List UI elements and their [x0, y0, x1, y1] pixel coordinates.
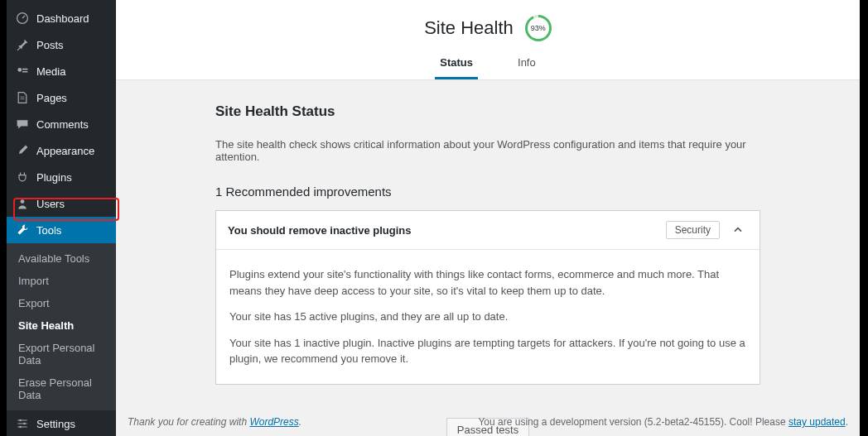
admin-sidebar: Dashboard Posts Media Pages Comments App… [0, 0, 116, 436]
dashboard-icon [15, 11, 30, 26]
svg-point-4 [23, 423, 25, 424]
section-title: Site Health Status [215, 103, 760, 120]
submenu-erase-personal[interactable]: Erase Personal Data [7, 371, 116, 406]
sidebar-item-settings[interactable]: Settings [7, 410, 116, 436]
tab-info[interactable]: Info [513, 48, 541, 79]
improvements-title: 1 Recommended improvements [215, 184, 760, 199]
health-score-ring: 93% [525, 15, 552, 41]
user-icon [15, 196, 30, 211]
svg-point-5 [19, 426, 21, 428]
plug-icon [15, 170, 30, 184]
svg-point-2 [21, 199, 25, 204]
sidebar-label: Appearance [36, 145, 94, 157]
comments-icon [15, 117, 30, 132]
sidebar-item-tools[interactable]: Tools [7, 217, 116, 243]
sidebar-label: Dashboard [36, 12, 89, 25]
header-tabs: Status Info [116, 48, 860, 79]
sidebar-label: Media [36, 65, 65, 78]
health-item-header[interactable]: You should remove inactive plugins Secur… [216, 211, 760, 250]
submenu-import[interactable]: Import [7, 270, 116, 292]
submenu-site-health[interactable]: Site Health [7, 314, 116, 337]
sidebar-item-posts[interactable]: Posts [7, 31, 116, 58]
chevron-up-icon [728, 223, 748, 237]
body-paragraph: Your site has 15 active plugins, and the… [229, 309, 746, 325]
page-header: Site Health 93% Status Info [116, 0, 860, 80]
media-icon [15, 64, 30, 79]
wordpress-link[interactable]: WordPress [249, 416, 298, 428]
sidebar-label: Pages [36, 92, 67, 104]
sidebar-label: Plugins [36, 171, 72, 184]
tools-submenu: Available Tools Import Export Site Healt… [7, 243, 116, 410]
sidebar-item-media[interactable]: Media [7, 58, 116, 84]
pages-icon [15, 90, 30, 105]
footer-left-suffix: . [299, 416, 301, 428]
submenu-export[interactable]: Export [7, 292, 116, 314]
svg-point-1 [17, 68, 22, 72]
health-check-item: You should remove inactive plugins Secur… [215, 210, 760, 385]
wrench-icon [15, 223, 30, 237]
footer-right-suffix: . [846, 416, 848, 428]
body-paragraph: Plugins extend your site's functionality… [229, 266, 746, 299]
sliders-icon [15, 416, 30, 431]
category-badge: Security [666, 221, 720, 239]
sidebar-label: Settings [36, 418, 75, 430]
brush-icon [15, 143, 30, 158]
footer-right-text: You are using a development version (5.2… [478, 416, 788, 428]
sidebar-item-plugins[interactable]: Plugins [7, 164, 116, 190]
sidebar-label: Users [36, 198, 65, 210]
tab-status[interactable]: Status [435, 48, 478, 79]
sidebar-item-pages[interactable]: Pages [7, 84, 116, 111]
footer-left-text: Thank you for creating with [128, 416, 249, 428]
stay-updated-link[interactable]: stay updated [788, 416, 846, 428]
sidebar-label: Comments [36, 118, 89, 131]
sidebar-item-comments[interactable]: Comments [7, 111, 116, 137]
health-item-body: Plugins extend your site's functionality… [216, 250, 760, 384]
intro-text: The site health check shows critical inf… [215, 138, 760, 163]
main-content: Site Health 93% Status Info Site Health … [116, 0, 868, 436]
page-title: Site Health [424, 17, 514, 39]
health-item-title: You should remove inactive plugins [228, 224, 658, 237]
svg-point-3 [19, 419, 21, 421]
submenu-available-tools[interactable]: Available Tools [7, 247, 116, 270]
sidebar-label: Tools [36, 224, 61, 237]
sidebar-item-appearance[interactable]: Appearance [7, 137, 116, 164]
content-body: Site Health Status The site health check… [116, 80, 860, 436]
health-score: 93% [528, 17, 549, 39]
pin-icon [15, 37, 30, 52]
sidebar-item-dashboard[interactable]: Dashboard [7, 5, 116, 31]
sidebar-item-users[interactable]: Users [7, 190, 116, 217]
body-paragraph: Your site has 1 inactive plugin. Inactiv… [229, 335, 746, 367]
submenu-export-personal[interactable]: Export Personal Data [7, 337, 116, 371]
sidebar-label: Posts [36, 39, 64, 51]
admin-footer: Thank you for creating with WordPress. Y… [116, 408, 860, 436]
